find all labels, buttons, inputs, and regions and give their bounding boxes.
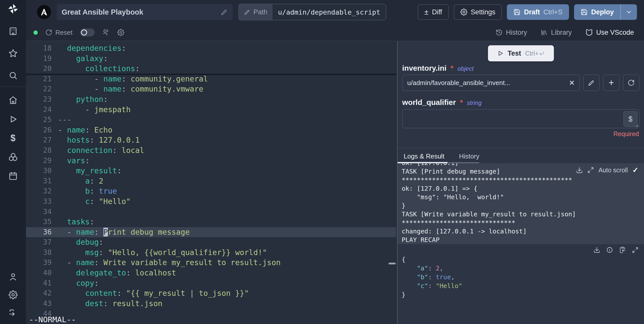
- draft-button[interactable]: Draft Ctrl+S: [507, 4, 569, 20]
- log-line: ******************************: [402, 219, 644, 227]
- log-line: "msg": "Hello, world!": [402, 193, 644, 201]
- line-number: 19: [26, 54, 52, 64]
- editor-line-39[interactable]: 39 - name: Write variable my_result to r…: [26, 258, 396, 268]
- settings-gear-icon: [460, 9, 467, 16]
- copy-result-icon[interactable]: [619, 247, 626, 253]
- history-button[interactable]: History: [496, 29, 527, 36]
- edit-title-pencil-icon[interactable]: [221, 9, 228, 16]
- sidebar-item-search[interactable]: [9, 71, 18, 80]
- line-number: 39: [26, 258, 52, 268]
- log-output[interactable]: ok: [127.0.0.1]TASK [Print debug message…: [398, 163, 644, 244]
- editor-line-28[interactable]: 28 connection: local: [26, 145, 396, 156]
- vscode-cat-icon: [585, 29, 593, 36]
- download-logs-icon[interactable]: [576, 167, 583, 174]
- editor-line-32[interactable]: 32 b: true: [26, 186, 396, 196]
- log-line: PLAY RECAP: [402, 236, 644, 244]
- vim-block-cursor: P: [103, 228, 108, 236]
- sidebar-item-favorites[interactable]: [9, 49, 18, 58]
- editor-line-41[interactable]: 41 copy:: [26, 278, 396, 289]
- result-toolbar: [593, 247, 638, 253]
- clear-icon[interactable]: ✕: [569, 79, 575, 87]
- sidebar-item-home[interactable]: [9, 96, 18, 105]
- editor-line-43[interactable]: 43 dest: result.json: [26, 299, 396, 309]
- use-vscode-button[interactable]: Use VScode: [585, 29, 634, 36]
- sticky-scroll-separator: [26, 74, 396, 75]
- editor-line-34[interactable]: 34: [26, 207, 396, 217]
- editor-line-27[interactable]: 27 hosts: 127.0.0.1: [26, 135, 396, 145]
- script-title-input[interactable]: Great Ansible Playbook: [57, 4, 233, 20]
- sidebar-item-variables[interactable]: $: [10, 134, 15, 142]
- editor-line-26[interactable]: 26- name: Echo: [26, 125, 396, 135]
- result-tabs: Logs & Result History: [398, 149, 644, 163]
- editor-line-21[interactable]: 21 - name: community.general: [26, 74, 396, 84]
- editor-line-23[interactable]: 23 python:: [26, 94, 396, 105]
- settings-button[interactable]: Settings: [454, 4, 502, 20]
- line-number: 42: [26, 288, 52, 299]
- line-number: 25: [26, 115, 52, 125]
- ansible-logo-icon: [37, 5, 51, 19]
- result-line: "c": "Hello": [402, 281, 462, 290]
- deploy-dropdown-button[interactable]: [620, 4, 637, 20]
- sidebar-item-runs[interactable]: [9, 115, 18, 124]
- editor-line-44[interactable]: 44: [26, 309, 396, 319]
- editor-line-19[interactable]: 19 galaxy:: [26, 54, 396, 64]
- resize-handle-icon[interactable]: [635, 124, 638, 127]
- check-icon[interactable]: ✓: [632, 166, 638, 174]
- editor-line-25[interactable]: 25---: [26, 115, 396, 125]
- edit-inventory-button[interactable]: [583, 74, 600, 91]
- editor-line-40[interactable]: 40 delegate_to: localhost: [26, 268, 396, 278]
- result-json[interactable]: { "a": 2, "b": true, "c": "Hello"}: [402, 255, 462, 299]
- editor-line-30[interactable]: 30 my_result:: [26, 166, 396, 176]
- editor-settings-gear-icon[interactable]: [117, 29, 124, 36]
- code-editor[interactable]: 18 dependencies:19 galaxy:20 collections…: [26, 41, 396, 324]
- sidebar-item-logout[interactable]: [9, 308, 18, 317]
- editor-line-18[interactable]: 18 dependencies:: [26, 43, 396, 54]
- collaborators-icon[interactable]: [102, 29, 110, 36]
- line-number: 37: [26, 237, 52, 248]
- result-info-icon[interactable]: [606, 247, 613, 253]
- deploy-button[interactable]: Deploy: [574, 4, 620, 20]
- log-line: }: [402, 201, 644, 210]
- editor-line-24[interactable]: 24 - jmespath: [26, 105, 396, 115]
- sidebar-item-workspace[interactable]: [9, 27, 18, 36]
- editor-line-37[interactable]: 37 debug:: [26, 237, 396, 248]
- refresh-inventory-button[interactable]: [623, 74, 639, 91]
- deploy-label: Deploy: [591, 8, 614, 16]
- expand-result-icon[interactable]: [632, 247, 638, 253]
- editor-line-35[interactable]: 35 tasks:: [26, 217, 396, 227]
- world-qualifier-textarea[interactable]: $: [402, 109, 639, 128]
- result-line: }: [402, 290, 462, 299]
- editor-line-36[interactable]: 36 - name: Print debug message: [26, 227, 396, 237]
- tab-history[interactable]: History: [459, 152, 479, 160]
- line-number: 35: [26, 217, 52, 227]
- editor-line-42[interactable]: 42 content: "{{ my_result | to_json }}": [26, 288, 396, 299]
- editor-line-29[interactable]: 29 vars:: [26, 156, 396, 166]
- sidebar-item-schedules[interactable]: [9, 172, 18, 181]
- editor-line-38[interactable]: 38 msg: "Hello, {{world_qualifier}} worl…: [26, 248, 396, 258]
- tab-logs-result[interactable]: Logs & Result: [404, 152, 444, 160]
- windmill-logo-icon[interactable]: [7, 3, 19, 15]
- add-inventory-button[interactable]: +: [603, 74, 620, 91]
- inventory-input[interactable]: u/admin/favorable_ansible_invent... ✕: [402, 74, 580, 91]
- path-widget[interactable]: Path u/admin/dependable_script: [238, 4, 386, 20]
- required-asterisk: *: [450, 64, 453, 72]
- sidebar-item-account[interactable]: [9, 272, 18, 281]
- reset-button[interactable]: Reset: [45, 29, 72, 36]
- editor-line-22[interactable]: 22 - name: community.vmware: [26, 84, 396, 94]
- result-line: {: [402, 255, 462, 264]
- editor-line-33[interactable]: 33 c: "Hello": [26, 196, 396, 207]
- sidebar-item-resources[interactable]: [9, 152, 18, 161]
- diff-mode-toggle[interactable]: [80, 28, 95, 36]
- library-button[interactable]: Library: [541, 29, 572, 36]
- download-result-icon[interactable]: [593, 247, 600, 253]
- auto-scroll-label[interactable]: Auto scroll: [598, 167, 628, 174]
- sidebar-item-settings[interactable]: [9, 290, 18, 299]
- saved-status-dot: [33, 30, 38, 35]
- editor-scrollbar-thumb[interactable]: [389, 263, 396, 264]
- test-button[interactable]: Test Ctrl+: [488, 45, 554, 61]
- editor-line-31[interactable]: 31 a: 2: [26, 176, 396, 186]
- expand-logs-icon[interactable]: [587, 167, 594, 173]
- diff-button[interactable]: ± Diff: [418, 4, 448, 20]
- line-number: 24: [26, 105, 52, 115]
- editor-line-20[interactable]: 20 collections:: [26, 64, 396, 74]
